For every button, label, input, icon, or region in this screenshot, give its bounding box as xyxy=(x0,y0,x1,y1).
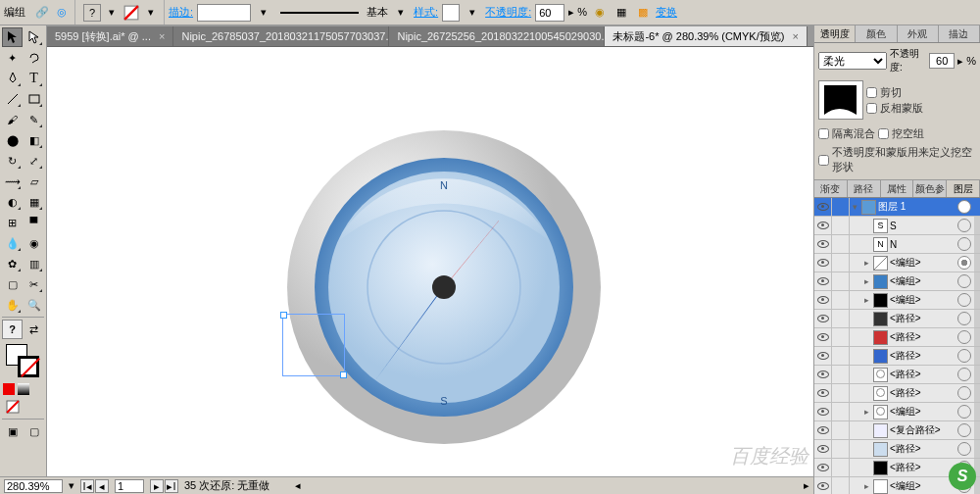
dropdown-icon[interactable]: ▾ xyxy=(142,4,160,22)
disclosure-triangle[interactable]: ▸ xyxy=(861,295,871,305)
lock-toggle[interactable] xyxy=(832,291,850,309)
layer-name[interactable]: S xyxy=(890,221,955,231)
swap-fill-stroke-icon[interactable]: ⇄ xyxy=(24,320,44,339)
target-icon[interactable]: ◎ xyxy=(53,4,71,22)
layer-row[interactable]: <路径> xyxy=(814,328,980,347)
style-link[interactable]: 样式: xyxy=(414,5,438,20)
canvas[interactable]: N S xyxy=(47,47,813,476)
disclosure-triangle[interactable]: ▸ xyxy=(861,481,871,491)
tab-gradient[interactable]: 渐变 xyxy=(814,180,848,197)
stroke-link[interactable]: 描边: xyxy=(169,5,193,20)
zoom-tool[interactable]: 🔍 xyxy=(24,295,44,315)
visibility-toggle[interactable] xyxy=(814,272,832,290)
lock-toggle[interactable] xyxy=(832,217,850,234)
lock-toggle[interactable] xyxy=(832,328,850,346)
eyedropper-tool[interactable]: 💧 xyxy=(2,233,23,253)
lock-toggle[interactable] xyxy=(832,272,850,290)
dropdown-icon[interactable]: ▾ xyxy=(392,4,410,22)
dropdown-icon[interactable]: ▾ xyxy=(103,4,121,22)
target-icon[interactable] xyxy=(957,405,971,419)
gradient-mode-icon[interactable] xyxy=(17,382,30,396)
lasso-tool[interactable] xyxy=(24,48,44,68)
lock-toggle[interactable] xyxy=(832,254,850,272)
opacity-arrow[interactable]: ▸ xyxy=(957,55,963,68)
fill-stroke-swatches[interactable] xyxy=(2,342,44,381)
disclosure-triangle[interactable]: ▾ xyxy=(850,202,859,212)
target-icon[interactable] xyxy=(957,442,971,456)
layer-row[interactable]: <路径> xyxy=(814,384,980,403)
graph-tool[interactable]: ▥ xyxy=(24,254,44,273)
tab-color[interactable]: 颜色 xyxy=(856,25,897,42)
tab-doc-3[interactable]: Nipic_26725256_20180322100545029030.ai* … xyxy=(389,26,605,46)
knockout-group-checkbox[interactable]: 挖空组 xyxy=(878,126,924,141)
screen-mode-full[interactable]: ▢ xyxy=(24,421,44,441)
layer-row[interactable]: <路径> xyxy=(814,440,980,459)
stroke-swatch[interactable] xyxy=(18,356,39,377)
last-artboard-button[interactable]: ▸I xyxy=(165,479,178,493)
zoom-input[interactable] xyxy=(4,479,63,493)
visibility-toggle[interactable] xyxy=(814,328,832,346)
layer-name[interactable]: <编组> xyxy=(890,274,955,288)
layer-name[interactable]: 图层 1 xyxy=(878,200,955,214)
lock-toggle[interactable] xyxy=(832,198,850,216)
tab-attributes[interactable]: 属性 xyxy=(881,180,914,197)
style-swatch[interactable] xyxy=(442,4,460,22)
layer-row[interactable]: ▸<编组> xyxy=(814,291,980,310)
artboard-tool[interactable]: ▢ xyxy=(2,274,23,294)
layer-row[interactable]: ▸<编组> xyxy=(814,403,980,421)
blob-brush-tool[interactable]: ⬤ xyxy=(2,130,23,150)
opacity-mask-preview[interactable] xyxy=(818,80,863,120)
eraser-tool[interactable]: ◧ xyxy=(24,130,44,150)
invert-mask-checkbox[interactable]: 反相蒙版 xyxy=(866,101,923,116)
visibility-toggle[interactable] xyxy=(814,310,832,327)
stroke-weight-input[interactable] xyxy=(197,4,251,22)
recolor-artwork-icon[interactable]: ◉ xyxy=(591,4,609,22)
selection-tool[interactable] xyxy=(2,27,23,47)
screen-mode-normal[interactable]: ▣ xyxy=(2,421,23,441)
layer-name[interactable]: <路径> xyxy=(890,442,955,456)
close-icon[interactable]: × xyxy=(159,30,165,42)
prev-artboard-button[interactable]: ◂ xyxy=(95,479,109,493)
target-icon[interactable] xyxy=(957,256,971,270)
target-icon[interactable] xyxy=(957,349,971,363)
next-artboard-button[interactable]: ▸ xyxy=(150,479,164,493)
lock-toggle[interactable] xyxy=(832,477,850,494)
selection-bounding-box[interactable] xyxy=(282,314,345,376)
symbol-sprayer-tool[interactable]: ✿ xyxy=(2,254,23,273)
opacity-input[interactable] xyxy=(535,4,564,22)
lock-toggle[interactable] xyxy=(832,403,850,420)
transform-link[interactable]: 变换 xyxy=(656,5,677,20)
layer-name[interactable]: <复合路径> xyxy=(890,423,955,437)
visibility-toggle[interactable] xyxy=(814,198,832,216)
visibility-toggle[interactable] xyxy=(814,235,832,253)
visibility-toggle[interactable] xyxy=(814,440,832,458)
layer-row[interactable]: <路径> xyxy=(814,347,980,366)
target-icon[interactable] xyxy=(957,330,971,344)
target-icon[interactable] xyxy=(957,386,971,400)
disclosure-triangle[interactable]: ▸ xyxy=(861,407,871,417)
tab-doc-4[interactable]: 未标题-6* @ 280.39% (CMYK/预览)× xyxy=(605,26,807,46)
transform-icon[interactable]: ▩ xyxy=(634,4,652,22)
slice-tool[interactable]: ✂ xyxy=(24,274,44,294)
lock-toggle[interactable] xyxy=(832,310,850,327)
tab-transparency[interactable]: 透明度 xyxy=(814,25,856,42)
rectangle-tool[interactable] xyxy=(24,89,44,109)
lock-toggle[interactable] xyxy=(832,347,850,365)
layer-name[interactable]: <编组> xyxy=(890,479,955,493)
perspective-tool[interactable]: ▦ xyxy=(24,192,44,212)
visibility-toggle[interactable] xyxy=(814,403,832,420)
align-icon[interactable]: ▦ xyxy=(612,4,630,22)
blend-tool[interactable]: ◉ xyxy=(24,233,44,253)
opacity-link[interactable]: 不透明度: xyxy=(485,5,531,20)
visibility-toggle[interactable] xyxy=(814,217,832,234)
target-icon[interactable] xyxy=(957,368,971,381)
tab-stroke[interactable]: 描边 xyxy=(939,25,980,42)
layer-name[interactable]: <路径> xyxy=(890,349,955,363)
width-tool[interactable]: ⟿ xyxy=(2,172,23,191)
target-icon[interactable] xyxy=(957,237,971,251)
tab-doc-2[interactable]: Nipic_26785037_20180321175057703037.ai* … xyxy=(173,26,389,46)
layer-name[interactable]: <路径> xyxy=(890,461,955,474)
layer-name[interactable]: <编组> xyxy=(890,293,955,307)
layer-row[interactable]: <复合路径> xyxy=(814,421,980,440)
gradient-tool[interactable]: ▀ xyxy=(24,213,44,232)
